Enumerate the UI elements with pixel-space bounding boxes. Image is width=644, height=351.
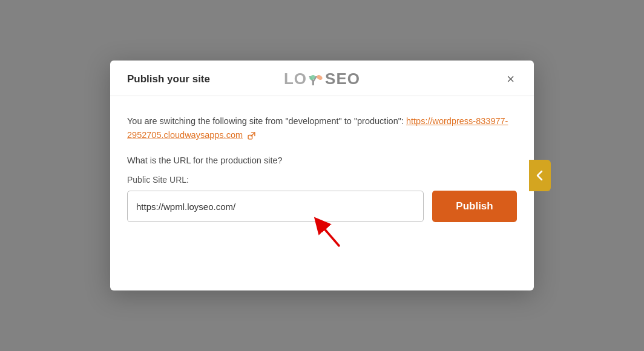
logo-leaf-icon: Y [307,72,324,89]
modal-body: You are switching the following site fro… [110,96,534,244]
svg-line-6 [320,223,339,246]
description-paragraph: You are switching the following site fro… [127,114,517,142]
input-row: Publish [127,191,517,222]
logo-part1: LO [284,70,307,88]
svg-line-4 [251,133,255,136]
publish-modal: Publish your site LO Y SEO × [110,61,534,290]
modal-overlay: Publish your site LO Y SEO × [0,0,644,351]
side-chevron-button[interactable] [529,160,551,191]
modal-title: Publish your site [127,73,210,85]
publish-button[interactable]: Publish [432,191,517,222]
logo: LO Y SEO [284,70,360,88]
modal-header: Publish your site LO Y SEO × [110,61,534,96]
url-input[interactable] [127,191,424,222]
question-text: What is the URL for the production site? [127,156,517,165]
logo-part2: SEO [325,70,360,88]
field-label: Public Site URL: [127,175,517,185]
external-link-icon [248,132,255,140]
close-button[interactable]: × [504,71,517,87]
